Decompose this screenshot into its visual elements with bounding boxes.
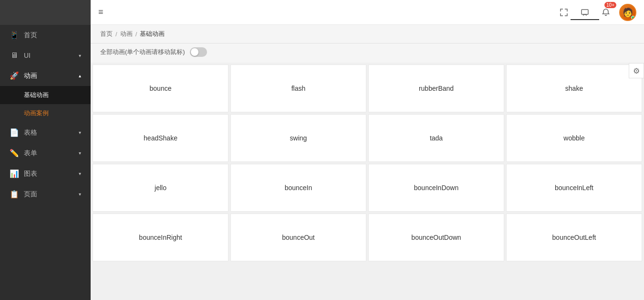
sidebar-item-ui[interactable]: 🖥 UI ▾ (0, 45, 91, 65)
animation-icon: 🚀 (10, 71, 19, 80)
all-animation-toggle[interactable] (190, 47, 207, 57)
form-icon: ✏️ (10, 149, 19, 158)
sidebar-item-table[interactable]: 📄 表格 ▾ (0, 122, 91, 143)
animation-card-shake[interactable]: shake (506, 64, 642, 112)
settings-button[interactable]: ⚙ (629, 63, 644, 78)
sidebar-item-page-label: 页面 (24, 190, 37, 199)
sidebar-item-home[interactable]: 📱 首页 (0, 25, 91, 45)
animation-card-bounceOut[interactable]: bounceOut (230, 214, 366, 261)
animation-card-headShake[interactable]: headShake (93, 114, 229, 162)
header-right: 10+ 🧑 (556, 4, 636, 21)
animation-card-bounceIn[interactable]: bounceIn (230, 164, 366, 212)
animation-card-jello[interactable]: jello (93, 164, 229, 212)
sidebar-item-table-label: 表格 (24, 129, 37, 137)
sidebar-sub-item-basic-animation[interactable]: 基础动画 (0, 86, 91, 104)
online-indicator (631, 16, 635, 20)
avatar[interactable]: 🧑 (619, 4, 636, 21)
sidebar-item-form[interactable]: ✏️ 表单 ▾ (0, 143, 91, 163)
gear-icon: ⚙ (633, 66, 640, 75)
sidebar-logo: ​ (0, 0, 91, 25)
chevron-down-icon-page: ▾ (79, 192, 81, 197)
notification-button[interactable]: 10+ (598, 5, 613, 20)
animation-card-wobble[interactable]: wobble (506, 114, 642, 162)
sidebar-item-animation-label: 动画 (24, 72, 37, 80)
animation-card-tada[interactable]: tada (368, 114, 504, 162)
home-icon: 📱 (10, 31, 19, 40)
table-icon: 📄 (10, 128, 19, 137)
sidebar-item-page[interactable]: 📋 页面 ▾ (0, 184, 91, 204)
page-icon: 📋 (10, 190, 19, 199)
breadcrumb-current: 基础动画 (140, 30, 165, 38)
message-button[interactable] (577, 5, 592, 20)
ui-icon: 🖥 (10, 51, 19, 60)
breadcrumb-sep-2: / (135, 31, 137, 38)
header: ≡ 10+ (91, 0, 644, 25)
animation-card-bounceOutDown[interactable]: bounceOutDown (368, 214, 504, 261)
animation-grid: bounceflashrubberBandshakeheadShakeswing… (91, 63, 644, 263)
main-content: ≡ 10+ (91, 0, 644, 300)
toggle-label: 全部动画(单个动画请移动鼠标) (100, 48, 185, 56)
chevron-down-icon-form: ▾ (79, 150, 81, 156)
svg-rect-0 (582, 10, 588, 14)
sidebar-sub-item-basic-animation-label: 基础动画 (24, 91, 49, 99)
breadcrumb-sep-1: / (115, 31, 117, 38)
sidebar-item-animation[interactable]: 🚀 动画 ▴ (0, 65, 91, 86)
sidebar-sub-item-animation-case-label: 动画案例 (24, 109, 49, 118)
chevron-down-icon: ▾ (79, 53, 81, 58)
sidebar: ​ 📱 首页 🖥 UI ▾ 🚀 动画 ▴ 基础动画 动画案例 📄 表格 ▾ ✏️… (0, 0, 91, 300)
sidebar-sub-item-animation-case[interactable]: 动画案例 (0, 104, 91, 122)
toggle-knob (191, 48, 198, 56)
animation-card-bounceOutLeft[interactable]: bounceOutLeft (506, 214, 642, 261)
breadcrumb-bar: 首页 / 动画 / 基础动画 (91, 25, 644, 43)
menu-icon[interactable]: ≡ (98, 7, 104, 17)
active-tab-indicator (571, 19, 599, 20)
animation-card-swing[interactable]: swing (230, 114, 366, 162)
animation-card-bounceInLeft[interactable]: bounceInLeft (506, 164, 642, 212)
breadcrumb-home[interactable]: 首页 (100, 30, 113, 38)
animation-card-bounceInRight[interactable]: bounceInRight (93, 214, 229, 261)
notification-badge: 10+ (604, 2, 616, 8)
sidebar-item-home-label: 首页 (24, 31, 37, 40)
chevron-up-icon: ▴ (79, 73, 81, 78)
content-wrapper: 首页 / 动画 / 基础动画 全部动画(单个动画请移动鼠标) bouncefla… (91, 25, 644, 300)
fullscreen-button[interactable] (556, 5, 571, 20)
sidebar-item-form-label: 表单 (24, 149, 37, 158)
sidebar-item-chart[interactable]: 📊 图表 ▾ (0, 163, 91, 184)
breadcrumb-animation[interactable]: 动画 (120, 30, 133, 38)
animation-card-flash[interactable]: flash (230, 64, 366, 112)
animation-card-bounceInDown[interactable]: bounceInDown (368, 164, 504, 212)
toggle-bar: 全部动画(单个动画请移动鼠标) (91, 43, 644, 63)
sidebar-item-ui-label: UI (24, 52, 31, 59)
animation-card-rubberBand[interactable]: rubberBand (368, 64, 504, 112)
chart-icon: 📊 (10, 169, 19, 178)
breadcrumb: 首页 / 动画 / 基础动画 (100, 30, 634, 38)
chevron-down-icon-chart: ▾ (79, 171, 81, 176)
chevron-down-icon-table: ▾ (79, 130, 81, 135)
animation-card-bounce[interactable]: bounce (93, 64, 229, 112)
sidebar-item-chart-label: 图表 (24, 170, 37, 178)
